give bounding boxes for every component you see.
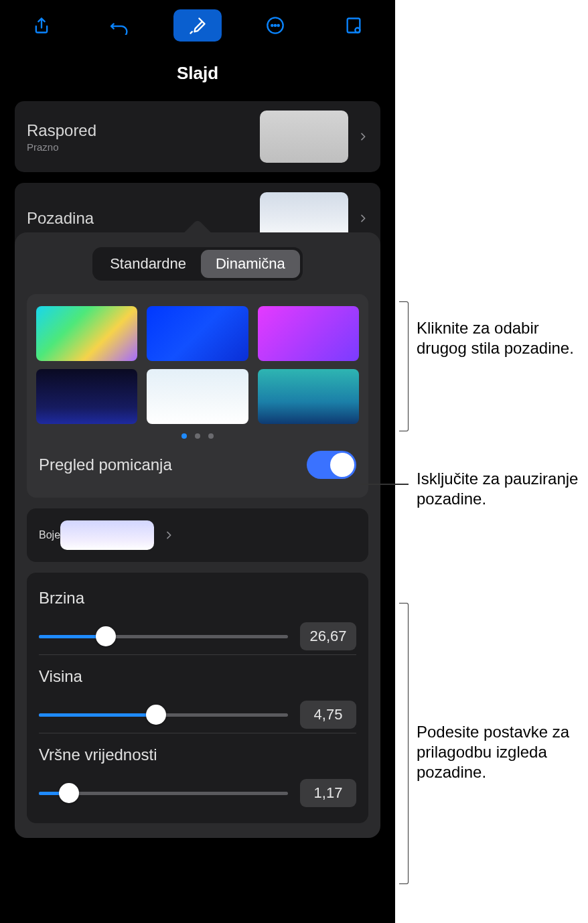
top-toolbar [0, 0, 395, 51]
height-label: Visina [39, 667, 356, 686]
callout-1-label: Kliknite za odabir drugog stila pozadine… [417, 318, 588, 358]
page-dot-2[interactable] [195, 433, 200, 439]
bg-style-1[interactable] [36, 306, 137, 361]
callout-2-label: Isključite za pauziranje pozadine. [417, 469, 588, 509]
callout-bracket-1 [399, 301, 409, 431]
peaks-label: Vršne vrijednosti [39, 746, 356, 764]
chevron-right-icon [163, 530, 174, 541]
page-dot-1[interactable] [181, 433, 187, 439]
format-paintbrush-icon[interactable] [173, 9, 222, 42]
speed-slider[interactable] [39, 635, 288, 638]
preview-motion-toggle[interactable] [307, 451, 356, 479]
svg-rect-4 [347, 19, 360, 33]
inspector-panel: Slajd Raspored Prazno Pozadina [0, 0, 395, 923]
svg-point-1 [272, 25, 273, 26]
layout-label: Raspored [27, 121, 96, 140]
segment-standard[interactable]: Standardne [95, 250, 201, 278]
layout-sublabel: Prazno [27, 141, 96, 153]
chevron-right-icon [358, 131, 368, 142]
svg-point-3 [278, 25, 279, 26]
layout-thumb [260, 111, 348, 163]
peaks-value[interactable]: 1,17 [300, 779, 356, 807]
colors-swatch [60, 520, 154, 550]
colors-label: Boje [39, 529, 60, 541]
speed-row: Brzina 26,67 [39, 577, 356, 654]
colors-row[interactable]: Boje [27, 508, 368, 562]
peaks-slider[interactable] [39, 792, 288, 795]
share-icon[interactable] [17, 9, 66, 42]
bg-style-2[interactable] [147, 306, 248, 361]
chevron-right-icon [358, 213, 368, 224]
peaks-row: Vršne vrijednosti 1,17 [39, 733, 356, 811]
preview-motion-label: Pregled pomicanja [39, 455, 172, 474]
callout-3-label: Podesite postavke za prilagodbu izgleda … [417, 722, 588, 782]
page-dot-3[interactable] [208, 433, 214, 439]
swatch-page-dots[interactable] [36, 433, 359, 439]
dynamic-background-sliders: Brzina 26,67 Visina [27, 573, 368, 823]
more-icon[interactable] [251, 9, 299, 42]
dynamic-background-swatches: Pregled pomicanja [27, 294, 368, 498]
callout-bracket-3 [399, 603, 409, 884]
background-label: Pozadina [27, 209, 94, 228]
svg-point-5 [355, 28, 360, 33]
panel-title: Slajd [0, 63, 395, 84]
bg-style-3[interactable] [258, 306, 359, 361]
background-mode-segment: Standardne Dinamična [92, 247, 303, 281]
undo-icon[interactable] [96, 9, 144, 42]
speed-label: Brzina [39, 589, 356, 608]
background-popover: Standardne Dinamična Pr [15, 232, 380, 838]
height-row: Visina 4,75 [39, 654, 356, 733]
presenter-notes-icon[interactable] [329, 9, 378, 42]
layout-row[interactable]: Raspored Prazno [15, 101, 380, 172]
bg-style-6[interactable] [258, 369, 359, 424]
height-value[interactable]: 4,75 [300, 701, 356, 729]
bg-style-5[interactable] [147, 369, 248, 424]
height-slider[interactable] [39, 713, 288, 717]
segment-dynamic[interactable]: Dinamična [201, 250, 300, 278]
svg-point-2 [275, 25, 276, 26]
callout-lead-2 [360, 484, 409, 485]
bg-style-4[interactable] [36, 369, 137, 424]
speed-value[interactable]: 26,67 [300, 622, 356, 650]
